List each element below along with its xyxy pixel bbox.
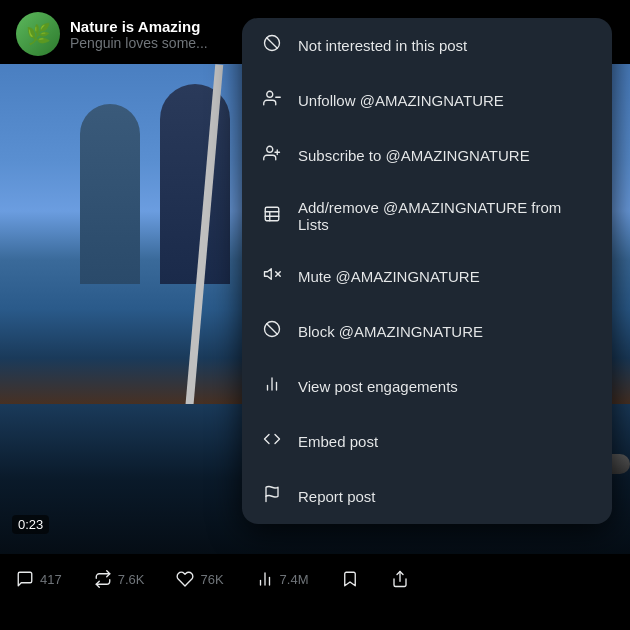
menu-item-subscribe[interactable]: Subscribe to @AMAZINGNATURE	[242, 128, 612, 183]
like-action[interactable]: 76K	[176, 570, 223, 588]
mute-icon	[262, 265, 282, 288]
not-interested-icon	[262, 34, 282, 57]
svg-point-8	[267, 146, 273, 152]
svg-marker-15	[265, 269, 272, 280]
user-info: Nature is Amazing Penguin loves some...	[70, 18, 208, 51]
menu-label-block: Block @AMAZINGNATURE	[298, 323, 483, 340]
menu-label-embed-post: Embed post	[298, 433, 378, 450]
menu-item-unfollow[interactable]: Unfollow @AMAZINGNATURE	[242, 73, 612, 128]
svg-line-19	[267, 324, 278, 335]
unfollow-icon	[262, 89, 282, 112]
svg-line-5	[267, 38, 278, 49]
video-timestamp: 0:23	[12, 515, 49, 534]
block-icon	[262, 320, 282, 343]
actions-bar: 417 7.6K 76K 7.4M	[0, 554, 630, 604]
menu-label-mute: Mute @AMAZINGNATURE	[298, 268, 480, 285]
svg-rect-11	[265, 207, 279, 221]
bookmark-action[interactable]	[341, 570, 359, 588]
chart-icon	[262, 375, 282, 398]
username: Nature is Amazing	[70, 18, 208, 35]
views-action[interactable]: 7.4M	[256, 570, 309, 588]
retweet-action[interactable]: 7.6K	[94, 570, 145, 588]
menu-item-block[interactable]: Block @AMAZINGNATURE	[242, 304, 612, 359]
subscribe-icon	[262, 144, 282, 167]
svg-point-6	[267, 91, 273, 97]
menu-item-view-engagements[interactable]: View post engagements	[242, 359, 612, 414]
list-icon	[262, 205, 282, 228]
retweet-count: 7.6K	[118, 572, 145, 587]
comment-count: 417	[40, 572, 62, 587]
retweet-icon	[94, 570, 112, 588]
menu-item-not-interested[interactable]: Not interested in this post	[242, 18, 612, 73]
menu-label-add-remove-list: Add/remove @AMAZINGNATURE from Lists	[298, 199, 592, 233]
views-count: 7.4M	[280, 572, 309, 587]
views-icon	[256, 570, 274, 588]
menu-item-embed-post[interactable]: Embed post	[242, 414, 612, 469]
flag-icon	[262, 485, 282, 508]
like-count: 76K	[200, 572, 223, 587]
menu-label-report-post: Report post	[298, 488, 376, 505]
comment-icon	[16, 570, 34, 588]
menu-item-report-post[interactable]: Report post	[242, 469, 612, 524]
caption: Penguin loves some...	[70, 35, 208, 51]
menu-label-not-interested: Not interested in this post	[298, 37, 467, 54]
menu-item-mute[interactable]: Mute @AMAZINGNATURE	[242, 249, 612, 304]
context-menu: Not interested in this post Unfollow @AM…	[242, 18, 612, 524]
menu-label-subscribe: Subscribe to @AMAZINGNATURE	[298, 147, 530, 164]
avatar[interactable]: 🌿	[16, 12, 60, 56]
share-action[interactable]	[391, 570, 409, 588]
menu-label-view-engagements: View post engagements	[298, 378, 458, 395]
like-icon	[176, 570, 194, 588]
menu-label-unfollow: Unfollow @AMAZINGNATURE	[298, 92, 504, 109]
embed-icon	[262, 430, 282, 453]
bookmark-icon	[341, 570, 359, 588]
comment-action[interactable]: 417	[16, 570, 62, 588]
share-icon	[391, 570, 409, 588]
menu-item-add-remove-list[interactable]: Add/remove @AMAZINGNATURE from Lists	[242, 183, 612, 249]
